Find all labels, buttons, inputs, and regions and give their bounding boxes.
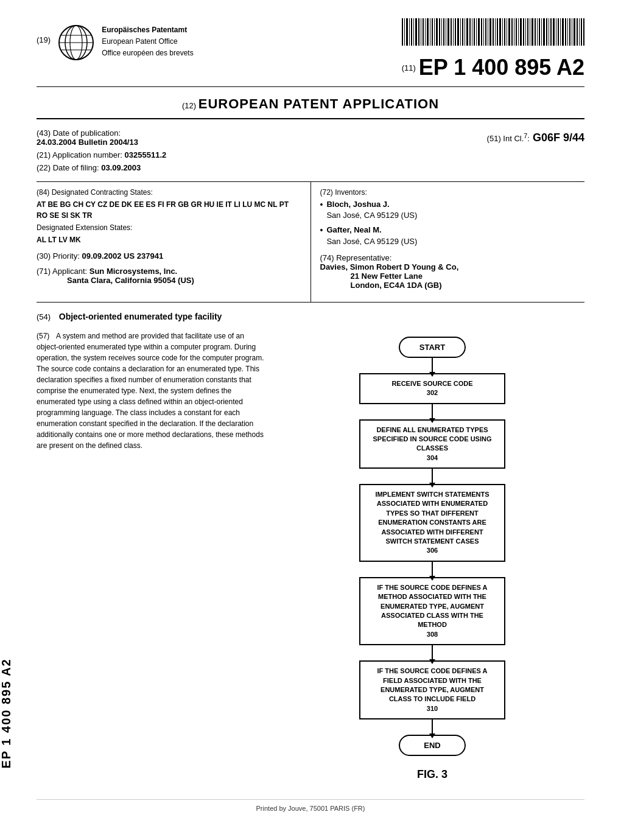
extension-label: Designated Extension States: <box>37 223 301 232</box>
fc-start: START <box>399 337 466 358</box>
info-col-left: (84) Designated Contracting States: AT B… <box>37 182 311 302</box>
svg-rect-38 <box>476 18 477 46</box>
desc-title-label: (54) <box>37 312 51 321</box>
svg-rect-76 <box>565 18 566 46</box>
date-intcl-row: (43) Date of publication: 24.03.2004 Bul… <box>37 128 584 147</box>
inventor1-content: Bloch, Joshua J. San José, CA 95129 (US) <box>326 199 417 221</box>
fig-label: FIG. 3 <box>417 768 447 781</box>
svg-rect-60 <box>527 18 528 46</box>
svg-rect-51 <box>507 18 507 46</box>
svg-rect-35 <box>469 18 471 46</box>
intcl-section: (51) Int Cl.7: G06F 9/44 <box>487 128 584 147</box>
inventor2-content: Gafter, Neal M. San José, CA 95129 (US) <box>326 225 417 247</box>
svg-rect-32 <box>462 18 463 46</box>
header-left: (19) Europäisches Patentamt European Pat… <box>37 18 194 61</box>
svg-rect-34 <box>466 18 468 46</box>
ep-number-label: (11) <box>402 63 416 72</box>
text-column: (57) A system and method are provided th… <box>37 331 268 781</box>
applicant-address: Santa Clara, California 95054 (US) <box>67 276 194 285</box>
fc-step3: IMPLEMENT SWITCH STATEMENTS ASSOCIATED W… <box>359 484 505 562</box>
svg-rect-26 <box>447 18 449 46</box>
fc-arrow-1 <box>432 358 433 373</box>
svg-rect-63 <box>535 18 536 46</box>
fc-step5-num: 310 <box>369 704 496 713</box>
svg-rect-67 <box>543 18 545 46</box>
svg-rect-64 <box>537 18 538 46</box>
barcode: /* barcode lines */ <box>402 18 584 49</box>
designated-states-field: (84) Designated Contracting States: AT B… <box>37 188 301 245</box>
rep-label: (74) Representative: <box>320 253 585 262</box>
fc-step4: IF THE SOURCE CODE DEFINES A METHOD ASSO… <box>359 577 505 645</box>
filing-date-value: 03.09.2003 <box>101 163 141 172</box>
svg-rect-8 <box>406 18 408 46</box>
inventor1-address: San José, CA 95129 (US) <box>326 211 417 220</box>
filing-date-label: (22) Date of filing: <box>37 163 99 172</box>
ep-number-large: EP 1 400 895 A2 <box>419 55 584 80</box>
svg-rect-16 <box>425 18 426 46</box>
fc-step3-label: IMPLEMENT SWITCH STATEMENTS ASSOCIATED W… <box>375 491 489 545</box>
side-label: EP 1 400 895 A2 <box>0 658 13 768</box>
footer: Printed by Jouve, 75001 PARIS (FR) <box>37 799 584 812</box>
svg-rect-68 <box>546 18 547 46</box>
svg-rect-40 <box>481 18 482 46</box>
flowchart-column: START RECEIVE SOURCE CODE 302 DEFINE ALL… <box>280 331 584 781</box>
fc-arrow-5 <box>432 645 433 660</box>
svg-rect-74 <box>560 18 561 46</box>
fc-step1-label: RECEIVE SOURCE CODE <box>391 380 472 387</box>
svg-rect-82 <box>579 18 580 46</box>
applicant-label: (71) Applicant: <box>37 267 87 276</box>
svg-rect-73 <box>558 18 559 46</box>
svg-rect-42 <box>485 18 486 46</box>
svg-rect-79 <box>572 18 572 46</box>
info-table: (84) Designated Contracting States: AT B… <box>37 181 584 303</box>
svg-rect-23 <box>441 18 442 46</box>
app-num-value: 03255511.2 <box>125 150 167 159</box>
filing-date-row: (22) Date of filing: 03.09.2003 <box>37 163 584 172</box>
intcl-label: (51) Int Cl.7: <box>487 132 530 143</box>
fc-step2-num: 304 <box>369 453 496 463</box>
inventors-label: (72) Inventors: <box>320 188 585 197</box>
desc-title-section: (54) Object-oriented enumerated type fac… <box>37 312 584 321</box>
fc-arrow-2 <box>432 404 433 419</box>
intcl-value: G06F 9/44 <box>533 131 584 144</box>
patent-title-section: (12) EUROPEAN PATENT APPLICATION <box>37 96 584 119</box>
svg-rect-6 <box>402 18 403 46</box>
svg-rect-59 <box>525 18 526 46</box>
svg-rect-39 <box>478 18 480 46</box>
header: (19) Europäisches Patentamt European Pat… <box>37 18 584 87</box>
designated-label: (84) Designated Contracting States: <box>37 188 301 197</box>
svg-rect-81 <box>577 18 578 46</box>
svg-rect-83 <box>581 18 582 46</box>
fc-step2: DEFINE ALL ENUMERATED TYPES SPECIFIED IN… <box>359 419 505 469</box>
svg-rect-78 <box>569 18 570 46</box>
svg-rect-24 <box>443 18 444 46</box>
rep-address2: London, EC4A 1DA (GB) <box>351 281 442 290</box>
svg-rect-20 <box>434 18 435 46</box>
svg-rect-7 <box>404 18 405 46</box>
svg-rect-66 <box>541 18 542 46</box>
svg-rect-18 <box>430 18 430 46</box>
svg-rect-53 <box>511 18 513 46</box>
svg-rect-80 <box>574 18 575 46</box>
inventor2: • Gafter, Neal M. San José, CA 95129 (US… <box>320 225 585 247</box>
epo-number-19: (19) <box>37 35 51 44</box>
svg-rect-12 <box>415 18 417 46</box>
patent-type: EUROPEAN PATENT APPLICATION <box>198 96 439 111</box>
inventor2-address: San José, CA 95129 (US) <box>326 237 417 246</box>
svg-rect-57 <box>520 18 522 46</box>
desc-title: Object-oriented enumerated type facility <box>59 312 222 321</box>
svg-rect-13 <box>418 18 419 46</box>
date-value: 24.03.2004 Bulletin 2004/13 <box>37 138 138 147</box>
bullet-icon: • <box>320 199 323 211</box>
svg-rect-27 <box>451 18 452 46</box>
svg-rect-31 <box>460 18 461 46</box>
svg-rect-84 <box>583 18 584 46</box>
barcode-svg: /* barcode lines */ <box>402 18 584 49</box>
svg-rect-29 <box>455 18 456 46</box>
bullet-icon-2: • <box>320 225 323 237</box>
svg-rect-21 <box>436 18 438 46</box>
fc-step5: IF THE SOURCE CODE DEFINES A FIELD ASSOC… <box>359 660 505 719</box>
designated-states: AT BE BG CH CY CZ DE DK EE ES FI FR GB G… <box>37 199 301 221</box>
svg-rect-52 <box>508 18 510 46</box>
fc-step2-label: DEFINE ALL ENUMERATED TYPES SPECIFIED IN… <box>373 426 492 452</box>
